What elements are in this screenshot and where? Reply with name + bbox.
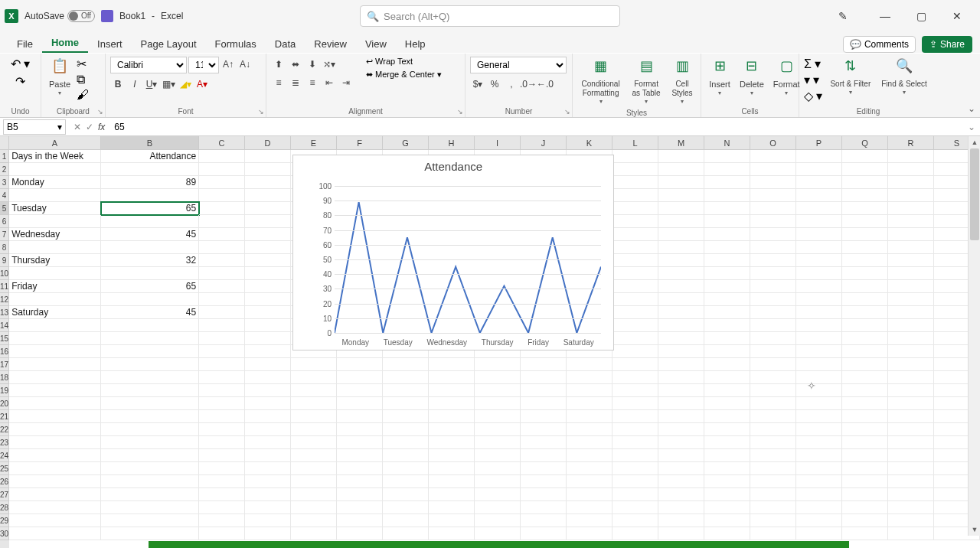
cell-N21[interactable] (704, 410, 750, 423)
cell-P16[interactable] (796, 345, 842, 358)
cell-F28[interactable] (337, 501, 383, 514)
cell-I23[interactable] (475, 436, 521, 449)
align-left-icon[interactable]: ≡ (271, 75, 286, 90)
cell-C24[interactable] (199, 449, 245, 462)
merge-center-button[interactable]: ⬌ Merge & Center ▾ (363, 70, 445, 80)
cell-K30[interactable] (567, 527, 612, 540)
cell-O13[interactable] (750, 306, 796, 319)
cell-P11[interactable] (796, 280, 842, 293)
cell-B20[interactable] (101, 397, 199, 410)
cell-P20[interactable] (796, 397, 842, 410)
cell-C19[interactable] (199, 384, 245, 397)
cell-N27[interactable] (704, 488, 750, 501)
cell-R7[interactable] (888, 228, 934, 241)
col-header-M[interactable]: M (658, 136, 704, 150)
cell-O23[interactable] (750, 436, 796, 449)
cell-P23[interactable] (796, 436, 842, 449)
row-header-15[interactable]: 15 (0, 332, 9, 345)
cell-B13[interactable]: 45 (101, 306, 199, 319)
cell-A15[interactable] (9, 332, 101, 345)
cell-G19[interactable] (383, 384, 429, 397)
cell-E24[interactable] (291, 449, 337, 462)
cell-Q29[interactable] (842, 514, 888, 527)
cell-B8[interactable] (101, 241, 199, 254)
cell-A20[interactable] (9, 397, 101, 410)
cell-Q12[interactable] (842, 293, 888, 306)
cell-C3[interactable] (199, 176, 245, 189)
cell-P22[interactable] (796, 423, 842, 436)
cell-B18[interactable] (101, 371, 199, 384)
decrease-decimal-icon[interactable]: ←.0 (537, 77, 553, 92)
cell-M9[interactable] (658, 254, 704, 267)
orientation-icon[interactable]: ⤭ ▾ (322, 57, 337, 72)
cell-E28[interactable] (291, 501, 337, 514)
cell-E23[interactable] (291, 436, 337, 449)
wrap-text-button[interactable]: ↩ Wrap Text (363, 57, 445, 67)
fill-color-button[interactable]: ◢ ▾ (178, 77, 193, 92)
cell-E26[interactable] (291, 475, 337, 488)
cell-B17[interactable] (101, 358, 199, 371)
col-header-H[interactable]: H (429, 136, 475, 150)
cell-N11[interactable] (704, 280, 750, 293)
cell-B11[interactable]: 65 (101, 280, 199, 293)
cell-F30[interactable] (337, 527, 383, 540)
cell-K18[interactable] (567, 371, 612, 384)
chevron-down-icon[interactable]: ▾ (57, 122, 62, 132)
cell-Q6[interactable] (842, 215, 888, 228)
cell-C27[interactable] (199, 488, 245, 501)
col-header-C[interactable]: C (199, 136, 245, 150)
row-header-24[interactable]: 24 (0, 449, 9, 462)
cell-P12[interactable] (796, 293, 842, 306)
cell-J18[interactable] (521, 371, 567, 384)
select-all-corner[interactable] (0, 136, 9, 150)
font-dialog-launcher[interactable]: ↘ (258, 108, 264, 116)
cell-I22[interactable] (475, 423, 521, 436)
cell-M27[interactable] (658, 488, 704, 501)
cell-M20[interactable] (658, 397, 704, 410)
cell-K27[interactable] (567, 488, 612, 501)
increase-decimal-icon[interactable]: .0→ (521, 77, 536, 92)
cell-Q24[interactable] (842, 449, 888, 462)
cell-E20[interactable] (291, 397, 337, 410)
cell-R19[interactable] (888, 384, 934, 397)
cell-C15[interactable] (199, 332, 245, 345)
cell-Q22[interactable] (842, 423, 888, 436)
format-painter-icon[interactable]: 🖌 (77, 88, 89, 102)
cell-E18[interactable] (291, 371, 337, 384)
clear-icon[interactable]: ◇ ▾ (804, 89, 822, 103)
save-icon[interactable] (101, 10, 113, 22)
cell-I18[interactable] (475, 371, 521, 384)
expand-formula-bar-icon[interactable]: ⌄ (963, 122, 980, 132)
scroll-thumb[interactable] (970, 148, 979, 240)
conditional-formatting-button[interactable]: ▦Conditional Formatting▾ (577, 57, 624, 107)
clipboard-dialog-launcher[interactable]: ↘ (97, 108, 103, 116)
cell-C18[interactable] (199, 371, 245, 384)
cell-A10[interactable] (9, 267, 101, 280)
col-header-Q[interactable]: Q (842, 136, 888, 150)
cell-R17[interactable] (888, 358, 934, 371)
cell-F29[interactable] (337, 514, 383, 527)
cell-N4[interactable] (704, 189, 750, 202)
insert-cells-button[interactable]: ⊞Insert▾ (706, 57, 733, 99)
cell-Q7[interactable] (842, 228, 888, 241)
cell-L8[interactable] (612, 241, 658, 254)
row-header-25[interactable]: 25 (0, 462, 9, 475)
col-header-R[interactable]: R (888, 136, 934, 150)
cell-P21[interactable] (796, 410, 842, 423)
col-header-G[interactable]: G (383, 136, 429, 150)
cell-O19[interactable] (750, 384, 796, 397)
name-box[interactable]: B5 ▾ (3, 119, 66, 135)
row-header-3[interactable]: 3 (0, 176, 9, 189)
cell-N6[interactable] (704, 215, 750, 228)
row-header-12[interactable]: 12 (0, 293, 9, 306)
cell-M26[interactable] (658, 475, 704, 488)
italic-button[interactable]: I (127, 77, 142, 92)
cell-H18[interactable] (429, 371, 475, 384)
cell-R28[interactable] (888, 501, 934, 514)
cell-N5[interactable] (704, 202, 750, 215)
cell-B2[interactable] (101, 163, 199, 176)
cell-O29[interactable] (750, 514, 796, 527)
cell-F25[interactable] (337, 462, 383, 475)
cell-area[interactable]: Days in the WeekAttendanceMonday89Tuesda… (9, 150, 980, 548)
find-select-button[interactable]: 🔍Find & Select▾ (878, 57, 929, 98)
